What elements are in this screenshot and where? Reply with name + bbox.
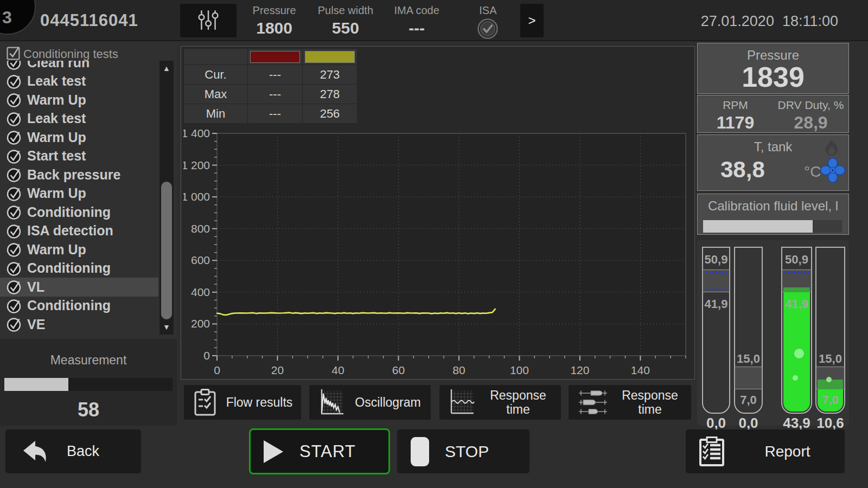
test-item-label: Leak test (27, 73, 86, 89)
item-check-icon (7, 166, 23, 183)
response-time-alt-button[interactable]: Response time (569, 385, 691, 420)
stats-row: Min---256 (184, 104, 358, 124)
test-item-label: ISA detection (27, 223, 113, 239)
test-item-conditioning[interactable]: Conditioning (0, 259, 158, 278)
gauges-panel: 50,941,90,015,07,00,050,941,943,915,07,0… (697, 240, 849, 426)
tank-temp-value: 38,8 (720, 157, 765, 183)
svg-text:1 400: 1 400 (183, 127, 210, 139)
report-button[interactable]: Report (686, 429, 845, 473)
series-color-swatch (305, 51, 355, 63)
fluid-level-fill (703, 220, 813, 233)
pressure-panel: Pressure 1839 (697, 43, 849, 94)
stop-square-icon (410, 436, 430, 467)
stats-row: Cur.---273 (184, 65, 358, 85)
test-item-label: Conditioning (27, 204, 111, 220)
test-item-isa-detection[interactable]: ISA detection (0, 222, 158, 241)
test-parameters-button[interactable] (180, 4, 237, 37)
cooling-fan-icon[interactable] (820, 158, 845, 185)
drv-duty-readout: DRV Duty, % 28,9 (773, 95, 848, 132)
item-check-icon (7, 298, 23, 314)
test-item-leak-test[interactable]: Leak test (0, 110, 158, 129)
param-pressure: Pressure1800 (239, 0, 310, 41)
test-item-start-test[interactable]: Start test (0, 147, 158, 166)
test-item-warm-up[interactable]: Warm Up (0, 128, 158, 147)
test-list-scrollbar[interactable]: ▲ ▼ (159, 61, 174, 335)
stats-cell: 273 (303, 65, 358, 85)
report-label: Report (730, 443, 845, 460)
gauge-2: 15,07,00,0 (734, 240, 763, 426)
test-item-label: Warm Up (27, 130, 86, 145)
svg-text:120: 120 (570, 364, 589, 376)
test-item-vl[interactable]: VL (0, 278, 158, 297)
scroll-up-button[interactable]: ▲ (159, 61, 174, 76)
chart-panel: Cur.---273Max---278Min---256 02004006008… (181, 46, 695, 380)
rpm-drv-panel: RPM 1179 DRV Duty, % 28,9 (697, 95, 849, 133)
stop-button[interactable]: STOP (397, 429, 529, 473)
start-label: START (299, 442, 356, 461)
line-chart: 02004006008001 0001 2001 400020406080100… (183, 126, 693, 383)
corner-badge[interactable]: 3 (0, 0, 36, 35)
view-button-label: Response time (475, 388, 561, 417)
gauge-3: 50,941,943,9 (781, 240, 812, 426)
scroll-down-button[interactable]: ▼ (159, 319, 174, 335)
item-check-icon (7, 148, 23, 164)
test-item-leak-test[interactable]: Leak test (0, 72, 158, 91)
svg-text:140: 140 (631, 364, 650, 376)
oscillogram-button[interactable]: Oscillogram (309, 385, 431, 420)
back-arrow-icon (19, 438, 50, 466)
oscillogram-icon (318, 388, 345, 416)
view-button-label: Flow results (218, 395, 301, 409)
param-label: IMA code (381, 4, 452, 17)
test-item-label: Conditioning (27, 298, 111, 313)
test-item-conditioning[interactable]: Conditioning (0, 203, 158, 222)
test-item-ve[interactable]: VE (0, 315, 158, 334)
test-item-label: Back pressure (27, 167, 120, 183)
test-item-label: Warm Up (27, 92, 86, 108)
test-item-warm-up[interactable]: Warm Up (0, 240, 158, 259)
item-check-icon (7, 279, 23, 295)
response-time-button[interactable]: Response time (439, 385, 561, 420)
test-item-label: VL (27, 279, 44, 295)
gauge-top-label: 15,0 (816, 352, 844, 366)
heater-flame-icon (824, 138, 840, 160)
back-button[interactable]: Back (5, 429, 141, 473)
item-check-icon (7, 185, 23, 202)
item-check-icon (7, 111, 23, 127)
rpm-value: 1179 (698, 113, 773, 133)
test-item-clean-run[interactable]: Clean run (0, 61, 158, 72)
wave-grid-icon (448, 388, 475, 416)
flow-results-button[interactable]: Flow results (184, 385, 301, 420)
datetime: 27.01.2020 18:11:00 (701, 13, 838, 30)
gauge-bottom-label: 41,9 (782, 297, 811, 311)
stats-cell: --- (248, 104, 303, 124)
sidebar-header: Conditioning tests (7, 46, 118, 62)
test-item-warm-up[interactable]: Warm Up (0, 91, 158, 110)
start-button[interactable]: START (249, 428, 390, 474)
gauge-tube: 15,07,0 (734, 247, 763, 414)
sliders-icon (196, 8, 221, 34)
svg-text:200: 200 (191, 317, 210, 330)
gauge-tube: 50,941,9 (781, 247, 812, 414)
expand-params-button[interactable]: > (520, 4, 544, 37)
gauge-1: 50,941,90,0 (702, 240, 730, 426)
view-button-label: Response time (609, 388, 691, 417)
scrollbar-thumb[interactable] (161, 182, 172, 319)
conditioning-tests-checkbox[interactable] (7, 46, 21, 62)
test-item-label: Start test (27, 148, 86, 164)
stats-row-label: Max (184, 85, 248, 104)
stats-cell: 278 (303, 85, 358, 104)
bubble (794, 349, 804, 358)
tank-temp-panel: T, tank 38,8 °C (697, 134, 849, 191)
item-check-icon (7, 223, 23, 239)
stats-cell: 256 (303, 104, 358, 124)
stats-cell: --- (248, 85, 303, 104)
serial-number: 0445116041 (40, 11, 138, 30)
series-color-header (303, 49, 358, 65)
stop-label: STOP (445, 442, 489, 461)
gauge-target-band (703, 269, 730, 293)
gauge-bottom-label: 41,9 (703, 297, 729, 311)
item-check-icon (7, 316, 23, 332)
test-item-warm-up[interactable]: Warm Up (0, 184, 158, 203)
test-item-conditioning[interactable]: Conditioning (0, 297, 158, 316)
test-item-back-pressure[interactable]: Back pressure (0, 165, 158, 184)
